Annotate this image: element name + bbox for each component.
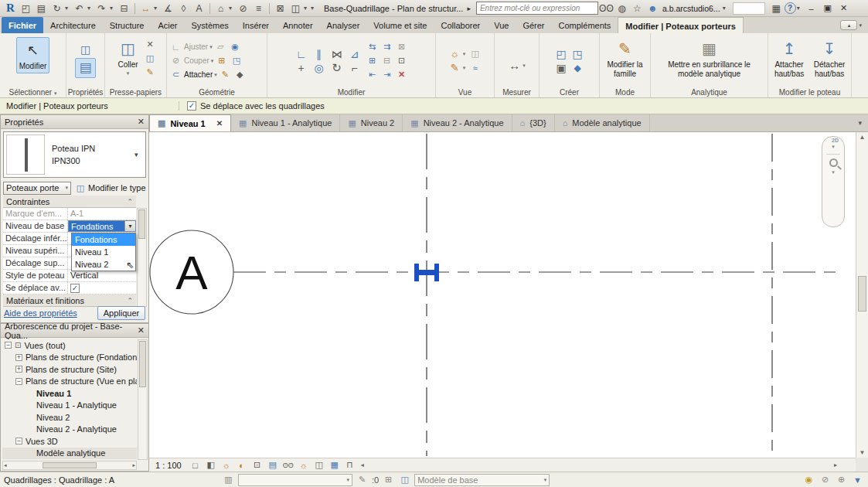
switch-caret-icon[interactable]: ▾	[304, 5, 310, 12]
properties-close-icon[interactable]: ✕	[138, 117, 145, 127]
array-icon[interactable]: ⊞	[366, 55, 379, 67]
trim-extend-multiple-icon[interactable]: ⇥	[380, 69, 393, 81]
save-icon[interactable]: ▤	[34, 2, 49, 15]
measure-icon[interactable]: ↔	[508, 60, 521, 72]
tree-item-niveau-1[interactable]: Niveau 1	[2, 387, 137, 400]
tab-structure[interactable]: Structure	[103, 17, 151, 33]
panel-mode-label[interactable]: Mode	[600, 88, 650, 97]
override-caret-icon[interactable]: ▾	[463, 65, 466, 71]
detach-top-base-button[interactable]: ↧ Détacher haut/bas	[810, 36, 849, 80]
match-type-icon[interactable]: ✎	[144, 66, 157, 78]
zoom-icon[interactable]	[829, 158, 838, 167]
vcb-collapse-icon[interactable]: ◂	[361, 461, 364, 468]
switch-windows-icon[interactable]: ◫	[288, 2, 303, 15]
design-options-icon[interactable]: ◫	[398, 474, 411, 486]
analytical-model-visibility-icon[interactable]: ▦	[328, 459, 341, 472]
print-icon[interactable]: ⊟	[117, 2, 131, 15]
cut-geometry-icon[interactable]: ⊘	[169, 55, 182, 67]
section-contraintes[interactable]: Contraintes ⌃	[3, 196, 136, 208]
open-icon[interactable]: ◰	[19, 2, 33, 15]
ribbon-minimize-icon[interactable]: ▴	[840, 20, 857, 30]
visual-style-icon[interactable]: ◧	[205, 459, 217, 472]
tree-item-niveau-1-analytique[interactable]: Niveau 1 - Analytique	[2, 400, 137, 412]
sync-icon[interactable]: ↻	[49, 2, 64, 15]
property-row-se-deplace[interactable]: Se déplace av... ✓	[3, 282, 136, 295]
expander-icon[interactable]: −	[15, 438, 22, 444]
cut-caret-icon[interactable]: ▾	[211, 58, 214, 64]
worksets-combo[interactable]: ▾	[238, 474, 352, 486]
tree-item-modele-analytique[interactable]: Modèle analytique	[2, 448, 137, 460]
show-crop-region-icon[interactable]: ▤	[267, 459, 279, 472]
property-row-marque[interactable]: Marque d'em... A-1	[3, 208, 136, 220]
tab-systemes[interactable]: Systèmes	[184, 17, 235, 33]
restore-button[interactable]: ▣	[820, 2, 836, 15]
view-tab-niveau-2[interactable]: ▦ Niveau 2	[340, 114, 403, 131]
geometry-extra4-icon[interactable]: ◳	[230, 55, 243, 67]
text-icon[interactable]: A	[192, 2, 206, 15]
design-options-combo[interactable]: Modèle de base▾	[414, 474, 550, 486]
property-row-niveau-de-base[interactable]: Niveau de base Fondations ▾	[3, 220, 136, 233]
panel-selectionner-label[interactable]: Sélectionner ▾	[0, 88, 66, 97]
reveal-caret-icon[interactable]: ▾	[463, 51, 466, 57]
project-browser-header[interactable]: Arborescence du projet - Base-Qua... ✕	[1, 324, 148, 338]
project-browser-close-icon[interactable]: ✕	[138, 325, 145, 335]
expander-icon[interactable]: −	[15, 378, 22, 385]
view-tab-overflow-icon[interactable]: ▾	[852, 114, 868, 131]
moves-with-grids-property-checkbox[interactable]: ✓	[70, 284, 80, 293]
crop-view-icon[interactable]: ⊡	[251, 459, 264, 472]
tree-item-vues-3d[interactable]: − Vues 3D	[2, 435, 137, 448]
user-icon[interactable]: ☻	[645, 2, 660, 15]
panel-mesurer-label[interactable]: Mesurer	[495, 88, 539, 97]
canvas-scrollbar-thumb[interactable]	[858, 276, 866, 312]
panel-creer-label[interactable]: Créer	[540, 88, 599, 97]
temporary-view-properties-icon[interactable]: ◫	[313, 459, 325, 472]
create-parts-icon[interactable]: ◆	[571, 62, 584, 74]
measure-panel-caret-icon[interactable]: ▾	[523, 63, 526, 69]
tab-volume-et-site[interactable]: Volume et site	[366, 17, 434, 33]
search-input[interactable]: Entrez mot-clé ou expression	[476, 2, 598, 15]
select-pinned-elements-icon[interactable]: ⊕	[835, 474, 848, 486]
temporary-hide-isolate-icon[interactable]: ʘʘ	[282, 459, 294, 472]
view-tab-niveau-1[interactable]: ▦ Niveau 1 ✕	[149, 114, 231, 131]
view-tab-3d[interactable]: ⌂ {3D}	[512, 114, 555, 131]
select-links-icon[interactable]: ◉	[802, 474, 815, 486]
redo-icon[interactable]: ↷	[94, 2, 109, 15]
base-level-combo[interactable]: Fondations ▾	[68, 220, 136, 232]
panel-proprietes-label[interactable]: Propriétés	[66, 88, 104, 97]
canvas-scroll-right-icon[interactable]: ▸	[834, 461, 837, 468]
shadows-icon[interactable]: ◐	[236, 459, 248, 472]
canvas-scroll-up-icon[interactable]: ▲	[859, 134, 866, 141]
dropdown-option-niveau-1[interactable]: Niveau 1	[72, 246, 135, 258]
revit-logo-icon[interactable]: R	[3, 2, 18, 15]
properties-palette-header[interactable]: Propriétés ✕	[1, 115, 148, 129]
panel-geometrie-label[interactable]: Géométrie	[167, 88, 267, 97]
tab-inserer[interactable]: Insérer	[236, 17, 276, 33]
tree-item-vues-tout[interactable]: − ⊡ Vues (tout)	[2, 339, 137, 352]
edit-type-button[interactable]: ◫ Modifier le type	[75, 182, 146, 194]
tree-item-niveau-2[interactable]: Niveau 2	[2, 411, 137, 424]
type-selector[interactable]: Poteau IPN IPN300 ▾	[3, 131, 146, 178]
user-caret-icon[interactable]: ▾	[723, 5, 729, 12]
dropdown-option-fondations[interactable]: Fondations	[72, 233, 135, 246]
unpin-icon[interactable]: ⊠	[395, 41, 408, 53]
help-caret-icon[interactable]: ▾	[797, 5, 803, 12]
tab-modifier-poteaux-porteurs[interactable]: Modifier | Poteaux porteurs	[618, 17, 743, 33]
drawing-canvas[interactable]: A 2D ▾ ▾	[149, 132, 856, 458]
search-help-icon[interactable]: ʘʘ	[599, 2, 614, 15]
undo-caret-icon[interactable]: ▾	[87, 5, 94, 12]
select-underlay-elements-icon[interactable]: ⊘	[819, 474, 832, 486]
section-collapse-icon[interactable]: ⌃	[127, 297, 133, 305]
tab-acier[interactable]: Acier	[151, 17, 184, 33]
offset-icon[interactable]: ∥	[312, 48, 325, 60]
dropdown-option-niveau-2[interactable]: Niveau 2 ⇖	[72, 258, 135, 271]
panel-presse-papiers-label[interactable]: Presse-papiers	[105, 88, 166, 97]
underlay-icon[interactable]: ≈	[468, 62, 482, 74]
default-3d-view-icon[interactable]: ⌂	[213, 2, 228, 15]
join-caret-icon[interactable]: ▾	[214, 72, 217, 78]
moves-with-grids-checkbox[interactable]: ✓	[187, 101, 196, 111]
align-icon[interactable]: ∟	[294, 48, 308, 60]
browser-scrollbar-thumb[interactable]	[139, 341, 146, 387]
favorites-icon[interactable]: ☆	[630, 2, 645, 15]
expander-icon[interactable]: +	[15, 354, 22, 361]
properties-scrollbar-thumb[interactable]	[138, 209, 145, 239]
